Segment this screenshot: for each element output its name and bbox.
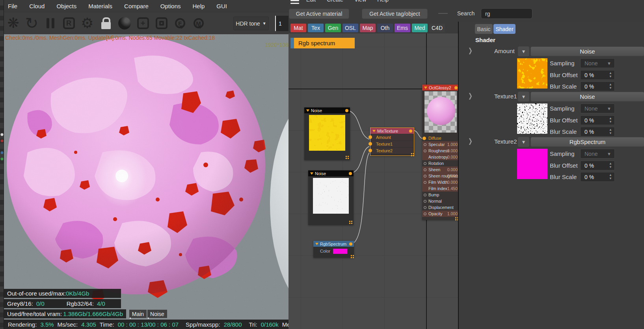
tab-oth[interactable]: Oth	[377, 24, 393, 32]
port-specular[interactable]: Specular1.000	[422, 141, 458, 148]
render-pass-tab-main[interactable]: Main	[129, 310, 147, 318]
search-input[interactable]	[481, 8, 532, 19]
material-ball-icon[interactable]	[115, 13, 134, 33]
blur-scale-field[interactable]: 0 %▲▼	[580, 172, 615, 182]
texture1-shader-button[interactable]: Noise	[530, 92, 644, 102]
blur-scale-field[interactable]: 0 %▲▼	[580, 81, 615, 91]
blur-offset-field[interactable]: 0 %▲▼	[580, 161, 615, 170]
spinner-arrows-icon[interactable]: ▲▼	[609, 83, 612, 90]
port-bump[interactable]: Bump	[422, 192, 458, 198]
node-graph-canvas[interactable]: Rgb spectrum Noise	[288, 33, 458, 329]
port-rotation[interactable]: Rotation	[422, 160, 458, 166]
input-port-dot[interactable]	[369, 142, 372, 146]
input-port-texture2[interactable]: Texture2	[370, 148, 413, 154]
pause-render-icon[interactable]	[41, 13, 60, 33]
node-resize-handle[interactable]	[411, 153, 412, 154]
menu-file[interactable]: File	[8, 3, 17, 9]
render-pass-tab-noise[interactable]: Noise	[147, 310, 167, 318]
node-resize-handle[interactable]	[455, 217, 456, 218]
collapse-triangle-icon[interactable]	[306, 109, 309, 113]
port-anisotropy[interactable]: Anisotropy0.000	[422, 154, 458, 160]
tab-mat[interactable]: Mat	[290, 24, 306, 32]
input-port-dot[interactable]	[369, 149, 372, 152]
hamburger-menu-icon[interactable]	[290, 0, 299, 4]
texture1-thumbnail[interactable]	[517, 104, 547, 134]
port-sheen-roughness[interactable]: Sheen roughness0.000	[422, 173, 458, 179]
texture2-dropdown-button[interactable]: ▼	[518, 137, 529, 147]
spinner-arrows-icon[interactable]: ▲▼	[609, 162, 612, 169]
collapse-triangle-icon[interactable]	[424, 87, 427, 91]
port-diffuse[interactable]: Diffuse	[422, 135, 458, 141]
expander-chevron-icon[interactable]: ❯	[468, 47, 473, 55]
port-normal[interactable]: Normal	[422, 198, 458, 204]
menu-help[interactable]: Help	[193, 3, 205, 9]
tab-c4d[interactable]: C4D	[429, 24, 445, 32]
material-picker-icon[interactable]: M	[189, 13, 208, 33]
collapse-triangle-icon[interactable]	[372, 130, 376, 134]
collapse-triangle-icon[interactable]	[315, 243, 318, 247]
amount-shader-button[interactable]: Noise	[530, 46, 644, 56]
menu-gui[interactable]: GUI	[216, 3, 227, 9]
menu-options[interactable]: Options	[160, 3, 181, 9]
octane-fan-icon[interactable]: ❋	[4, 13, 22, 33]
port-displacement[interactable]: Displacement	[422, 204, 458, 211]
amount-texture-thumbnail[interactable]	[517, 58, 547, 89]
blur-offset-field[interactable]: 0 %▲▼	[580, 115, 615, 125]
port-opacity[interactable]: Opacity1.000	[422, 211, 458, 217]
port-film-width[interactable]: Film Width0.000	[422, 179, 458, 185]
expander-chevron-icon[interactable]: ❯	[468, 92, 473, 100]
tab-ems[interactable]: Ems	[395, 24, 410, 32]
color-swatch[interactable]	[333, 249, 347, 254]
get-active-material-button[interactable]: Get Active material	[289, 9, 349, 19]
get-active-tag-object-button[interactable]: Get Active tag/object	[362, 9, 428, 19]
expander-chevron-icon[interactable]: ❯	[468, 137, 473, 145]
node-octglossy2[interactable]: OctGlossy2 Diffuse Specular1.000 Roughne…	[422, 85, 458, 220]
texture1-dropdown-button[interactable]: ▼	[518, 92, 529, 102]
blur-scale-field[interactable]: 0 %▲▼	[580, 127, 615, 137]
tab-osl[interactable]: OSL	[342, 24, 358, 32]
tab-tex[interactable]: Tex	[308, 24, 324, 32]
output-port-dot[interactable]	[409, 129, 412, 133]
sampling-select[interactable]: None▼	[580, 104, 615, 113]
node-mixtexture[interactable]: MixTexture Amount Texture1 Texture2	[370, 128, 414, 156]
menu-edit[interactable]: Edit	[306, 0, 316, 3]
node-resize-handle[interactable]	[351, 255, 352, 256]
hdr-tone-dropdown[interactable]: HDR tone▼	[233, 17, 269, 30]
blur-offset-field[interactable]: 0 %▲▼	[580, 70, 615, 80]
sampling-select[interactable]: None▼	[580, 149, 615, 159]
tab-gen[interactable]: Gen	[325, 24, 341, 32]
port-roughness[interactable]: Roughness0.000	[422, 148, 458, 154]
add-object-icon[interactable]: +	[134, 13, 152, 33]
tab-map[interactable]: Map	[360, 24, 376, 32]
tab-med[interactable]: Med	[412, 24, 428, 32]
node-noise-2[interactable]: Noise	[308, 170, 354, 225]
clay-mode-icon[interactable]	[152, 13, 171, 33]
tab-shader[interactable]: Shader	[493, 24, 516, 34]
port-film-index[interactable]: Film index1.450	[422, 185, 458, 192]
spinner-arrows-icon[interactable]: ▲▼	[609, 173, 612, 180]
texture2-shader-button[interactable]: RgbSpectrum	[530, 137, 644, 147]
amount-dropdown-button[interactable]: ▼	[518, 46, 529, 56]
menu-compare[interactable]: Compare	[124, 3, 149, 9]
output-port-dot[interactable]	[349, 242, 352, 246]
spinner-arrows-icon[interactable]: ▲▼	[609, 128, 612, 135]
menu-materials[interactable]: Materials	[88, 3, 112, 9]
spinner-arrows-icon[interactable]: ▲▼	[609, 116, 612, 124]
menu-create[interactable]: Create	[327, 0, 343, 3]
output-port-dot[interactable]	[345, 109, 348, 112]
settings-gear-icon[interactable]: ⚙	[78, 13, 97, 33]
texture2-thumbnail[interactable]	[517, 149, 547, 179]
render-viewport[interactable]: Check:0ms./0ms. MeshGen:0ms. Update[M]:0…	[4, 34, 288, 320]
menu-view[interactable]: View	[354, 0, 366, 3]
output-port-dot[interactable]	[454, 86, 458, 89]
node-resize-handle[interactable]	[346, 156, 347, 157]
menu-cloud[interactable]: Cloud	[29, 3, 45, 9]
frame-field[interactable]: 1	[275, 16, 288, 31]
collapse-triangle-icon[interactable]	[310, 172, 313, 176]
input-port-texture1[interactable]: Texture1	[370, 141, 413, 147]
restart-render-icon[interactable]: ↻	[22, 13, 41, 33]
spinner-arrows-icon[interactable]: ▲▼	[609, 71, 612, 78]
sampling-select[interactable]: None▼	[580, 58, 615, 68]
divider-handle[interactable]	[438, 13, 448, 14]
menu-help-2[interactable]: Help	[377, 0, 389, 3]
